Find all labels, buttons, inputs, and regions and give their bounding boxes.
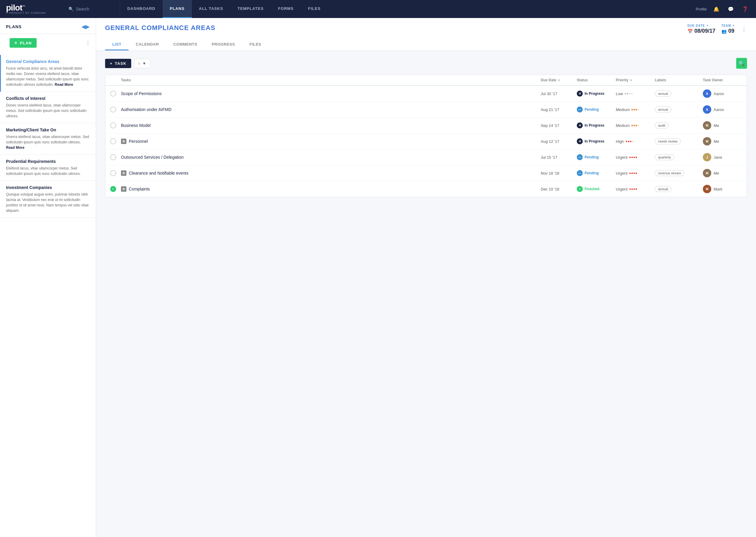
priority-dot xyxy=(636,173,637,174)
messages-icon[interactable]: 💬 xyxy=(726,4,735,14)
sidebar-options-icon[interactable]: ⋮ xyxy=(85,40,91,46)
task-row[interactable]: ✓⊞ComplaintsDec 10 '18✓FinishedUrgentann… xyxy=(106,181,747,197)
team-label[interactable]: TEAM ▼ xyxy=(722,24,735,27)
plan-title-general-compliance: General Compliance Areas xyxy=(6,59,90,64)
task-owner: AAaron xyxy=(703,89,742,98)
nav-files[interactable]: FILES xyxy=(301,0,328,18)
plan-desc-marketing: Viverra eleifend lacus, vitae ullamcorpe… xyxy=(6,134,90,150)
team-caret: ▼ xyxy=(732,24,735,27)
nav-templates[interactable]: TEMPLATES xyxy=(230,0,271,18)
due-date-sort-icon: ▼ xyxy=(557,79,560,82)
help-icon[interactable]: ❓ xyxy=(740,4,750,14)
priority-dot xyxy=(636,109,637,110)
page-options-icon[interactable]: ⋮ xyxy=(741,25,747,33)
tab-comments[interactable]: COMMENTS xyxy=(166,39,204,50)
plan-title-investment: Investment Companies xyxy=(6,185,90,190)
avatar: A xyxy=(703,89,711,98)
task-label: annual xyxy=(655,91,703,97)
priority-dot xyxy=(627,93,628,95)
add-plan-button[interactable]: + PLAN xyxy=(10,38,37,48)
priority-dots xyxy=(625,93,633,95)
page-tabs: LIST CALENDAR COMMENTS PROGRESS FILES xyxy=(105,39,747,50)
tab-list[interactable]: LIST xyxy=(105,39,128,50)
task-row[interactable]: Scope of PermissionsJul 30 '17✕In Progre… xyxy=(106,86,747,102)
profile-link[interactable]: Profile xyxy=(696,7,707,11)
nav-all-tasks[interactable]: ALL TASKS xyxy=(192,0,231,18)
tab-files[interactable]: FILES xyxy=(242,39,268,50)
task-checkbox[interactable] xyxy=(110,122,116,128)
nav-dashboard[interactable]: DASHBOARD xyxy=(120,0,163,18)
task-checkbox[interactable] xyxy=(110,170,116,176)
plan-item-conflicts[interactable]: Conflicts of Interest Donec viverra elei… xyxy=(0,92,96,123)
col-header-priority[interactable]: Priority ▼ xyxy=(616,78,655,82)
task-label: audit xyxy=(655,122,703,128)
priority-dot xyxy=(625,93,626,95)
priority-sort-icon: ▼ xyxy=(630,79,633,82)
nav-plans[interactable]: PLANS xyxy=(163,0,192,18)
due-date-value: 📅 08/09/17 xyxy=(688,28,715,34)
priority-dot xyxy=(636,157,637,158)
task-status: ✕In Progress xyxy=(577,138,616,144)
task-row[interactable]: Authorisation under AIFMDAug 21 '17—Pend… xyxy=(106,102,747,118)
task-checkbox[interactable] xyxy=(110,106,116,112)
tab-calendar[interactable]: CALENDAR xyxy=(128,39,166,50)
due-date-meta: DUE DATE ▼ 📅 08/09/17 xyxy=(688,24,715,34)
search-tasks-button[interactable]: 🔍 xyxy=(736,58,747,69)
priority-dot xyxy=(632,141,634,142)
avatar: M xyxy=(703,185,711,193)
task-status: —Pending xyxy=(577,154,616,160)
priority-dot xyxy=(638,109,639,110)
task-label: revenue stream xyxy=(655,170,703,176)
read-more-marketing[interactable]: Read More xyxy=(6,145,24,150)
read-more-general-compliance[interactable]: Read More xyxy=(55,82,73,87)
task-owner: MMe xyxy=(703,137,742,145)
priority-dot xyxy=(631,125,633,126)
task-priority: Low xyxy=(616,92,655,96)
task-row[interactable]: Business ModelSep 14 '17✕In ProgressMedi… xyxy=(106,118,747,134)
plan-desc-general-compliance: Fusce vehicula dolor arcu, sit amet blan… xyxy=(6,66,90,87)
col-header-status: Status xyxy=(577,78,616,82)
page-header: GENERAL COMPLIANCE AREAS DUE DATE ▼ 📅 08… xyxy=(96,18,756,51)
priority-dot xyxy=(634,157,635,158)
task-rows-container: Scope of PermissionsJul 30 '17✕In Progre… xyxy=(106,86,747,197)
task-owner: JJane xyxy=(703,153,742,161)
task-label: annual xyxy=(655,106,703,112)
plan-item-investment[interactable]: Investment Companies Quisque volutpat au… xyxy=(0,181,96,218)
task-status: ✕In Progress xyxy=(577,122,616,128)
plan-title-prudential: Prudential Requirements xyxy=(6,159,90,164)
filter-caret-icon: ▼ xyxy=(142,61,146,66)
task-name: Business Model xyxy=(121,123,541,128)
status-icon: — xyxy=(577,106,583,112)
plan-title-conflicts: Conflicts of Interest xyxy=(6,96,90,101)
subtask-icon: ⊞ xyxy=(121,170,126,176)
subtask-icon: ⊞ xyxy=(121,186,126,192)
task-row[interactable]: Outsourced Services / DelegationJul 15 '… xyxy=(106,149,747,165)
task-row[interactable]: ⊞Clearance and Notifiable eventsNov 18 '… xyxy=(106,165,747,181)
avatar: M xyxy=(703,137,711,145)
col-header-due-date[interactable]: Due Date ▼ xyxy=(541,78,577,82)
due-date-label[interactable]: DUE DATE ▼ xyxy=(688,24,709,27)
filter-button[interactable]: ○ ▼ xyxy=(134,59,150,68)
nav-forms[interactable]: FORMS xyxy=(271,0,301,18)
status-icon: — xyxy=(577,170,583,176)
notifications-icon[interactable]: 🔔 xyxy=(712,4,721,14)
priority-dot xyxy=(631,173,633,174)
task-checkbox[interactable] xyxy=(110,91,116,97)
search-tasks-icon: 🔍 xyxy=(738,61,745,66)
task-checkbox[interactable]: ✓ xyxy=(110,186,116,192)
tab-progress[interactable]: PROGRESS xyxy=(204,39,242,50)
task-checkbox[interactable] xyxy=(110,138,116,144)
plan-item-general-compliance[interactable]: General Compliance Areas Fusce vehicula … xyxy=(0,55,96,92)
task-due-date: Sep 14 '17 xyxy=(541,123,577,128)
sidebar-header-icons: ◀▶ xyxy=(81,23,90,30)
search-bar[interactable]: 🔍 Search xyxy=(60,0,120,18)
task-checkbox[interactable] xyxy=(110,154,116,160)
task-label: needs review xyxy=(655,138,703,144)
plan-item-marketing[interactable]: Marketing/Client Take On Viverra eleifen… xyxy=(0,123,96,155)
task-row[interactable]: ⊞PersonnelAug 12 '17✕In ProgressHighneed… xyxy=(106,134,747,149)
collapse-sidebar-icon[interactable]: ◀▶ xyxy=(81,23,90,30)
task-name: ⊞Clearance and Notifiable events xyxy=(121,170,541,176)
add-task-button[interactable]: + TASK xyxy=(105,59,131,68)
plan-item-prudential[interactable]: Prudential Requirements Eleifend lacus, … xyxy=(0,155,96,181)
task-name: Scope of Permissions xyxy=(121,91,541,96)
